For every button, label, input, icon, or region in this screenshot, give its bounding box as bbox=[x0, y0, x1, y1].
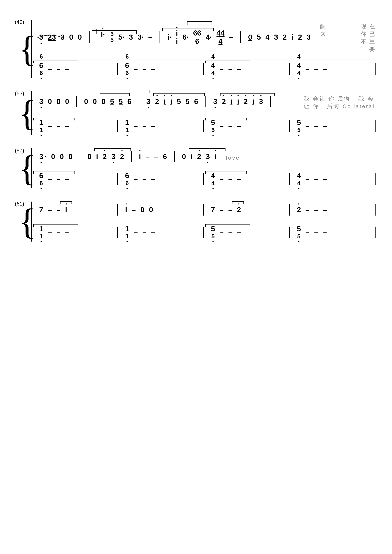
bass-57: 6 6 – – – 6 6 bbox=[32, 170, 376, 188]
bass-measures-53: 1 1 – – – 1 1 bbox=[32, 118, 376, 134]
dash-61-3-2: – bbox=[228, 206, 232, 214]
note-49-2-6: – bbox=[148, 33, 152, 41]
staff-separator-53 bbox=[32, 112, 376, 117]
note-49-2-2t: 5 bbox=[110, 31, 114, 37]
bass-dash-57-1-3: – bbox=[65, 175, 69, 183]
grand-staff-61: { 7 – – bbox=[23, 201, 376, 242]
bass-chord-49-2a: 6 6 6 bbox=[125, 61, 129, 76]
note-61-3-4: 2 bbox=[237, 206, 241, 214]
note-49-1-1: 3 bbox=[39, 33, 43, 41]
note-53-4-1: 3 bbox=[213, 97, 217, 106]
bass-dash-57-3-1: – bbox=[220, 175, 224, 183]
dash-61-2-1: – bbox=[132, 206, 136, 214]
beam-53-3 bbox=[153, 92, 205, 97]
note-53-3-7: 6 bbox=[194, 97, 198, 106]
grand-staff-53: { 3 0 0 0 bbox=[23, 91, 376, 135]
note-53-2-4: 5 bbox=[110, 97, 114, 106]
bass-dash-61-1-1: – bbox=[48, 228, 52, 236]
treble-57: 3· 0 0 0 0 bbox=[32, 148, 376, 165]
bass-dash-61-4-3: – bbox=[323, 228, 327, 236]
measure-number-57: (57) bbox=[15, 148, 24, 154]
note-49-4-5: 2 bbox=[283, 33, 287, 41]
note-49-4-3: 4 bbox=[265, 33, 269, 41]
bass-dash-49-3-1: – bbox=[220, 65, 224, 73]
bass-61-4: 5 5 – – – bbox=[290, 225, 375, 240]
rest-57-1-2: 0 bbox=[60, 152, 64, 161]
note-53-2-5: 5 bbox=[119, 97, 123, 106]
bass-beam-57-1 bbox=[33, 170, 76, 174]
dash-61-1-1: – bbox=[48, 206, 52, 214]
measure-53-4: 3 2 i bbox=[206, 97, 270, 106]
measure-61-2: i – 0 0 bbox=[118, 206, 203, 214]
note-49-1-3: 3 bbox=[60, 33, 64, 41]
bass-chord-57-4: 4 4 bbox=[297, 172, 301, 187]
bass-measures-61: 1 1 – – – 1 1 bbox=[32, 225, 376, 240]
staves-49: 3 23 3 0 0 bbox=[32, 20, 376, 78]
bass-dash-49-3-2: – bbox=[228, 65, 232, 73]
bass-chord-61-2: 1 1 bbox=[125, 225, 129, 240]
note-57-3-1: i bbox=[139, 152, 141, 161]
system-53: (53) { 3 0 0 bbox=[16, 91, 376, 135]
bass-measures-49: 6 6 6 – – – 6 bbox=[32, 61, 376, 76]
bass-dash-53-4-1: – bbox=[306, 122, 309, 130]
note-61-1-4: i bbox=[65, 206, 67, 214]
note-53-4-2: 2 bbox=[222, 97, 226, 106]
bass-dash-53-2-3: – bbox=[151, 122, 155, 130]
bass-dash-57-4-3: – bbox=[323, 175, 327, 183]
bass-chord-57-2: 6 6 bbox=[125, 172, 129, 187]
bass-dash-61-1-2: – bbox=[56, 228, 60, 236]
rest-53-1-3: 0 bbox=[65, 97, 69, 106]
brace-icon-61: { bbox=[23, 201, 31, 242]
bass-49-3: 4 4 4 – – – bbox=[204, 61, 289, 76]
bass-53-3: 5 5 – – – bbox=[204, 118, 289, 134]
measure-61-3: 7 – – 2 bbox=[204, 206, 289, 214]
note-49-4-7: 2 bbox=[298, 33, 302, 41]
note-53-3-4: i bbox=[170, 97, 172, 106]
note-53-2-3: 0 bbox=[101, 97, 105, 106]
bass-chord-61-4: 5 5 bbox=[297, 225, 301, 240]
measure-number-53: (53) bbox=[15, 90, 24, 97]
bass-57-4: 4 4 – – – bbox=[290, 172, 375, 187]
measure-61-4: 2 – – – bbox=[290, 206, 375, 214]
bass-dash-57-2-1: – bbox=[134, 175, 138, 183]
bass-chord-53-4: 5 5 bbox=[297, 118, 301, 134]
note-49-2-4: 3 bbox=[129, 33, 133, 41]
bass-barline-53-end bbox=[375, 120, 376, 132]
bass-chord-53-3: 5 5 bbox=[211, 118, 215, 134]
bass-dash-49-2-3: – bbox=[151, 65, 155, 73]
bass-dash-57-4-2: – bbox=[314, 175, 318, 183]
staves-57: 3· 0 0 0 0 bbox=[32, 148, 376, 188]
bass-49: 6 6 6 – – – 6 bbox=[32, 60, 376, 78]
brace-icon-49: { bbox=[23, 20, 31, 78]
note-53-3-1: 3 bbox=[146, 97, 150, 106]
treble-measures-57: 3· 0 0 0 0 bbox=[32, 151, 224, 162]
bass-dash-53-1-1: – bbox=[48, 122, 52, 130]
bass-dash-49-4-1: – bbox=[306, 65, 309, 73]
note-49-2-2b: 5 bbox=[110, 37, 114, 43]
note-49-3-1: i· bbox=[167, 33, 171, 41]
rest-57-1-3: 0 bbox=[68, 152, 72, 161]
note-49-4-8: 3 bbox=[307, 33, 310, 41]
treble-49: 3 23 3 0 0 bbox=[32, 20, 376, 55]
note-57-2-3: 2 bbox=[103, 152, 107, 161]
measure-49-1: 3 23 3 0 0 bbox=[32, 33, 89, 41]
bass-dash-53-2-2: – bbox=[142, 122, 146, 130]
bass-dash-61-2-2: – bbox=[142, 228, 146, 236]
measure-57-4: 0 i 2 3 i bbox=[175, 152, 224, 161]
note-57-2-5: 2 bbox=[120, 152, 124, 161]
measure-57-1: 3· 0 0 0 bbox=[32, 152, 80, 161]
note-53-4-6: i bbox=[252, 97, 254, 106]
note-49-2-3: 5· bbox=[118, 33, 124, 41]
rest-49-1-1: 0 bbox=[69, 33, 73, 41]
note-53-4-5: 2 bbox=[244, 97, 248, 106]
brace-icon-57: { bbox=[23, 148, 31, 188]
rest-53-2-2: 0 bbox=[93, 97, 97, 106]
bass-dash-49-2-2: – bbox=[142, 65, 146, 73]
beam-49-3 bbox=[162, 27, 214, 32]
bass-dash-57-3-2: – bbox=[228, 175, 232, 183]
note-49-4-2: 5 bbox=[257, 33, 261, 41]
bass-53-1: 1 1 – – – bbox=[32, 118, 117, 134]
bass-dash-49-1-1: – bbox=[48, 65, 52, 73]
treble-measures-49: 3 23 3 0 0 bbox=[32, 29, 318, 45]
bass-measures-57: 6 6 – – – 6 6 bbox=[32, 172, 376, 187]
